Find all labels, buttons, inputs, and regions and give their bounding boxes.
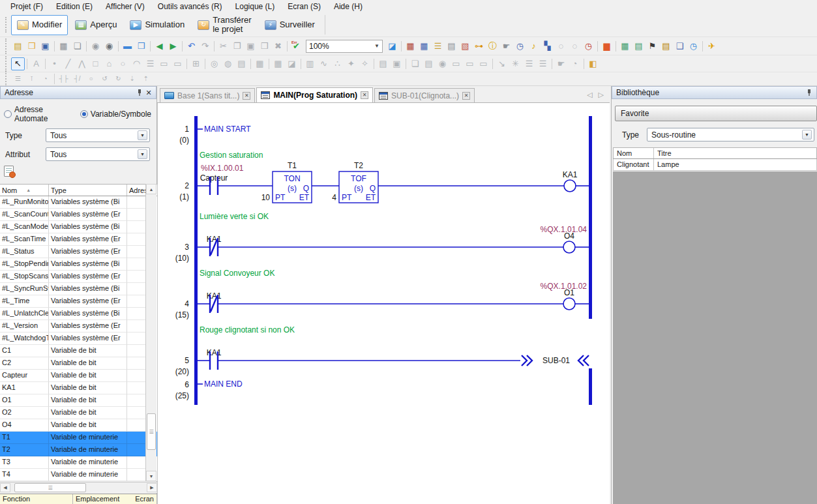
copy-screen-icon[interactable]: ❒ bbox=[134, 40, 148, 53]
block-icon[interactable]: ⊺ bbox=[25, 72, 38, 85]
favorite-group[interactable]: Favorite bbox=[615, 106, 817, 121]
simulation-button[interactable]: ▶ Simulation bbox=[124, 15, 190, 35]
print-icon[interactable]: ▦ bbox=[57, 40, 70, 53]
new-file-icon[interactable]: ▤ bbox=[11, 40, 25, 53]
variable-row[interactable]: O4 Variable de bit bbox=[0, 419, 157, 432]
timer-block-ton[interactable]: T1 TON (s) Q PT ET 10 bbox=[261, 161, 312, 203]
display-screen-icon[interactable]: ▆ bbox=[600, 40, 614, 53]
prev-screen-icon[interactable]: ◀ bbox=[153, 40, 166, 53]
radio-adresse-automate[interactable] bbox=[4, 110, 12, 118]
rung-main-end[interactable]: MAIN END bbox=[198, 379, 243, 389]
alarm-clock-icon[interactable]: ◷ bbox=[582, 40, 595, 53]
menu-item[interactable]: Aide (H) bbox=[327, 1, 369, 13]
film-screen-icon[interactable]: ▤ bbox=[659, 40, 673, 53]
film-icon[interactable]: ▤ bbox=[422, 57, 436, 70]
variable-row[interactable]: #L_RunMonitor Variables système (Bi bbox=[0, 196, 157, 209]
list-a-icon[interactable]: ☰ bbox=[522, 57, 536, 70]
library-row[interactable]: Clignotant Lampe bbox=[613, 159, 817, 171]
coil-o1[interactable]: O1 bbox=[563, 288, 575, 310]
coil-icon[interactable]: ○ bbox=[84, 72, 98, 85]
overlap-icon[interactable]: ❏ bbox=[408, 57, 422, 70]
rect-tool-icon[interactable]: □ bbox=[89, 57, 102, 70]
information-icon[interactable]: ⓘ bbox=[486, 40, 499, 53]
variable-document-icon[interactable] bbox=[4, 166, 14, 177]
scrollbar-thumb[interactable]: ☰ bbox=[147, 413, 156, 450]
date-tool-icon[interactable]: ▦ bbox=[253, 57, 267, 70]
scroll-right-arrow[interactable]: ▶ bbox=[147, 483, 157, 492]
security-key-icon[interactable]: ⊶ bbox=[472, 40, 486, 53]
eraser-tool-icon[interactable]: ◪ bbox=[285, 57, 299, 70]
open-project-icon[interactable]: ❒ bbox=[25, 40, 38, 53]
coil-ka1[interactable]: KA1 bbox=[563, 170, 578, 192]
polyline-tool-icon[interactable]: ⋀ bbox=[75, 57, 89, 70]
subroutine-call[interactable]: SUB-01 bbox=[522, 355, 589, 366]
scroll-left-arrow[interactable]: ◀ bbox=[0, 483, 10, 492]
tab-close-icon[interactable]: ✕ bbox=[462, 92, 470, 100]
report-icon[interactable]: ▧ bbox=[458, 40, 472, 53]
contact-nc-icon[interactable]: ┤/ bbox=[70, 72, 84, 85]
toolbar-grip[interactable] bbox=[5, 38, 8, 54]
menu-item[interactable]: Logique (L) bbox=[229, 1, 282, 13]
monitor-zoom-icon[interactable]: ▭ bbox=[463, 57, 477, 70]
device-read-icon[interactable]: ▦ bbox=[404, 40, 417, 53]
variable-row[interactable]: C2 Variable de bit bbox=[0, 357, 157, 370]
global-find-icon[interactable]: ◌ bbox=[554, 40, 568, 53]
variable-row[interactable]: #L_ScanCount Variables système (Er bbox=[0, 209, 157, 221]
variable-row[interactable]: #L_ScanModeS Variables système (Bi bbox=[0, 221, 157, 233]
toolbar-grip[interactable] bbox=[5, 17, 8, 33]
letter-box-icon[interactable]: ▣ bbox=[390, 57, 404, 70]
column-header-adres[interactable]: Adres bbox=[127, 185, 146, 196]
hand-icon[interactable]: ☛ bbox=[554, 57, 568, 70]
fit-window-icon[interactable]: ◪ bbox=[385, 40, 399, 53]
variable-row[interactable]: Capteur Variable de bit bbox=[0, 370, 157, 382]
library-type-select[interactable]: Sous-routine ▼ bbox=[647, 128, 814, 141]
variable-row[interactable]: #L_StopPendin Variables système (Bi bbox=[0, 258, 157, 271]
screen-manager-icon[interactable]: ▦ bbox=[618, 40, 632, 53]
modifier-button[interactable]: ✎ Modifier bbox=[11, 15, 68, 35]
screen-in-icon[interactable]: ↘ bbox=[495, 57, 509, 70]
menu-item[interactable]: Afficher (V) bbox=[99, 1, 151, 13]
lamp-tool-icon[interactable]: ◎ bbox=[207, 57, 221, 70]
print-preview-icon[interactable]: ❏ bbox=[70, 40, 84, 53]
monitor-edit-icon[interactable]: ▭ bbox=[449, 57, 463, 70]
tab-main[interactable]: MAIN(Prog Saturation) ✕ bbox=[256, 87, 373, 102]
jump-down-icon[interactable]: ⇣ bbox=[125, 72, 139, 85]
paste-special-icon[interactable]: ❒ bbox=[258, 40, 271, 53]
variable-row[interactable]: #L_WatchdogT Variables système (Er bbox=[0, 333, 157, 345]
variable-row[interactable]: #L_UnlatchCle Variables système (Bi bbox=[0, 308, 157, 320]
compass-icon[interactable]: ✦ bbox=[344, 57, 358, 70]
jump-up-icon[interactable]: ⇡ bbox=[139, 72, 153, 85]
camera-icon[interactable]: ◉ bbox=[436, 57, 449, 70]
asterisk-box-icon[interactable]: ✳ bbox=[509, 57, 522, 70]
coil-set-icon[interactable]: ↺ bbox=[98, 72, 111, 85]
coil-o4[interactable]: O4 bbox=[563, 231, 575, 253]
variable-row[interactable]: #L_ScanTime Variables système (Er bbox=[0, 233, 157, 246]
variable-row[interactable]: #L_Version Variables système (Er bbox=[0, 320, 157, 333]
pin-tool-icon[interactable]: ⚑ bbox=[646, 40, 659, 53]
toolbar-grip[interactable] bbox=[5, 56, 8, 72]
toolbar-grip[interactable] bbox=[5, 71, 8, 87]
capture-icon[interactable]: ◉ bbox=[102, 40, 116, 53]
variable-row[interactable]: T3 Variable de minuterie bbox=[0, 456, 157, 469]
column-header-nom[interactable]: Nom ▲ bbox=[0, 185, 49, 196]
variable-row[interactable]: #L_Status Variables système (Er bbox=[0, 246, 157, 258]
rung-2[interactable]: Gestion saturation %IX.1.00.01 Capteur T… bbox=[198, 151, 589, 203]
rung-main-start[interactable]: MAIN START bbox=[198, 125, 251, 134]
grid-tool-icon[interactable]: ▦ bbox=[271, 57, 285, 70]
dot-tool-icon[interactable]: • bbox=[48, 57, 61, 70]
arc-tool-icon[interactable]: ◠ bbox=[130, 57, 143, 70]
variable-row[interactable]: C1 Variable de bit bbox=[0, 345, 157, 357]
next-screen-icon[interactable]: ▶ bbox=[166, 40, 180, 53]
menu-item[interactable]: Ecran (S) bbox=[281, 1, 327, 13]
simulation-tool-icon[interactable]: ☛ bbox=[499, 40, 513, 53]
screen-link-icon[interactable]: ▭ bbox=[171, 57, 185, 70]
pin-icon[interactable] bbox=[135, 88, 144, 97]
copy-icon[interactable]: ❐ bbox=[230, 40, 244, 53]
error-check-icon[interactable]: Err ✔ bbox=[290, 40, 303, 53]
ladder-canvas[interactable]: 1 (0) 2 (1) 3 (10) 4 (15) 5 (20) 6 (25) bbox=[157, 103, 610, 504]
scatter-graph-icon[interactable]: ∴ bbox=[331, 57, 344, 70]
new-screen-icon[interactable]: ▬ bbox=[121, 40, 134, 53]
variable-row[interactable]: KA1 Variable de bit bbox=[0, 382, 157, 394]
screen-call-icon[interactable]: ▭ bbox=[157, 57, 171, 70]
bell-icon[interactable]: ◔ bbox=[568, 57, 582, 70]
